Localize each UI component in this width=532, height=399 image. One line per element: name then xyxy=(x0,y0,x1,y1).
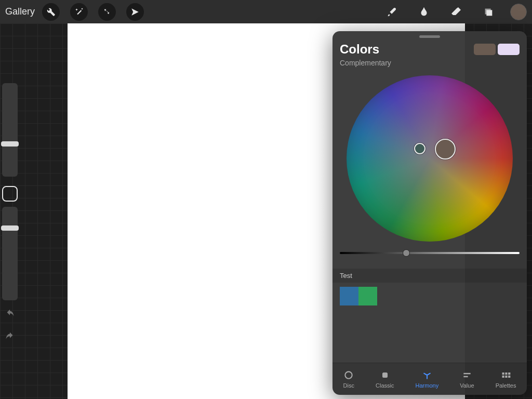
tab-label: Disc xyxy=(343,382,354,389)
brush-size-slider[interactable] xyxy=(2,83,18,177)
app-root: Gallery xyxy=(0,0,532,399)
top-toolbar: Gallery xyxy=(0,0,532,23)
tab-label: Value xyxy=(460,382,474,389)
tab-label: Palettes xyxy=(496,382,516,389)
current-color-button[interactable] xyxy=(510,4,527,20)
svg-point-0 xyxy=(345,371,352,378)
layers-icon[interactable] xyxy=(478,2,499,22)
tab-harmony[interactable]: Harmony xyxy=(416,370,439,389)
wrench-icon[interactable] xyxy=(42,3,60,21)
svg-rect-3 xyxy=(463,376,468,377)
color-panel-tabs: Disc Classic Harmony Value Palettes xyxy=(332,363,527,395)
opacity-slider[interactable] xyxy=(2,207,18,300)
share-icon[interactable] xyxy=(126,3,144,21)
svg-rect-6 xyxy=(508,373,510,375)
secondary-swatch[interactable] xyxy=(498,44,520,55)
tab-label: Harmony xyxy=(416,382,439,389)
select-icon[interactable] xyxy=(98,3,116,21)
harmony-mode-label: Complementary xyxy=(332,59,527,72)
palette-swatch[interactable] xyxy=(340,287,358,305)
svg-rect-9 xyxy=(508,375,510,377)
undo-redo-group xyxy=(2,307,18,345)
lightness-slider[interactable] xyxy=(340,252,520,254)
wand-icon[interactable] xyxy=(70,3,88,21)
svg-rect-2 xyxy=(463,373,470,374)
tab-value[interactable]: Value xyxy=(460,370,474,389)
redo-button[interactable] xyxy=(2,329,18,345)
palette-name-label: Test xyxy=(332,269,527,283)
color-wheel[interactable] xyxy=(347,75,513,242)
tab-classic[interactable]: Classic xyxy=(376,370,394,389)
main-color-picker[interactable] xyxy=(435,139,456,159)
eraser-icon[interactable] xyxy=(446,2,467,22)
brush-icon[interactable] xyxy=(381,2,402,22)
gallery-button[interactable]: Gallery xyxy=(5,6,35,17)
tab-disc[interactable]: Disc xyxy=(343,370,354,389)
brush-size-thumb[interactable] xyxy=(1,141,19,147)
tab-palettes[interactable]: Palettes xyxy=(496,370,516,389)
svg-rect-4 xyxy=(502,373,504,375)
svg-rect-5 xyxy=(505,373,507,375)
svg-rect-7 xyxy=(502,375,504,377)
panel-title: Colors xyxy=(340,42,474,57)
opacity-thumb[interactable] xyxy=(1,225,19,231)
smudge-icon[interactable] xyxy=(414,2,434,22)
undo-button[interactable] xyxy=(2,307,18,322)
complementary-picker[interactable] xyxy=(414,143,425,154)
left-slider-panel xyxy=(0,83,21,310)
modify-button[interactable] xyxy=(2,186,18,202)
tab-label: Classic xyxy=(376,382,394,389)
colors-panel: Colors Complementary Test xyxy=(332,31,527,395)
palette-grid xyxy=(332,283,527,340)
palette-section: Test xyxy=(332,269,527,340)
svg-rect-8 xyxy=(505,375,507,377)
palette-swatch[interactable] xyxy=(358,287,377,305)
panel-header: Colors xyxy=(332,41,527,59)
primary-swatch[interactable] xyxy=(474,44,496,55)
lightness-thumb[interactable] xyxy=(403,249,410,257)
panel-drag-handle[interactable] xyxy=(419,35,440,38)
svg-rect-1 xyxy=(382,373,388,378)
